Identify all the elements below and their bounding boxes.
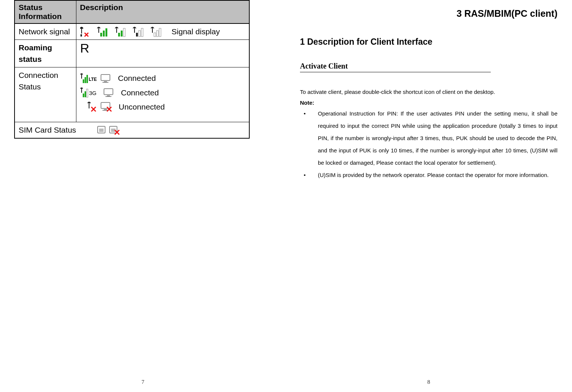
svg-rect-30: [107, 95, 110, 96]
note-bullet-list: Operational Instruction for PIN: If the …: [300, 107, 557, 181]
list-item: Operational Instruction for PIN: If the …: [300, 107, 557, 169]
signal-low-icon: [132, 27, 143, 37]
table-row: Roaming status R: [15, 40, 249, 67]
table-row: SIM Card Status: [15, 122, 249, 138]
svg-text:3G: 3G: [89, 90, 97, 96]
unconnected-text: Unconnected: [119, 101, 165, 113]
signal-x-icon: [88, 102, 97, 112]
signal-display-text: Signal display: [171, 27, 220, 36]
svg-rect-33: [104, 109, 107, 110]
svg-rect-6: [103, 31, 105, 37]
roaming-r-icon: R: [80, 42, 91, 55]
page-number-left: 7: [142, 379, 145, 385]
svg-rect-5: [100, 33, 102, 37]
table-row: Connection Status LTE: [15, 67, 249, 122]
svg-rect-23: [104, 81, 107, 82]
page-right: 3 RAS/MBIM(PC client) 1 Description for …: [286, 0, 572, 392]
chapter-title: 3 RAS/MBIM(PC client): [300, 8, 557, 19]
activate-body-text: To activate client, please double-click …: [300, 86, 557, 98]
row-desc-connection: LTE Connected: [76, 67, 249, 122]
sim-x-icon: [109, 126, 120, 135]
svg-rect-11: [136, 33, 138, 37]
svg-rect-15: [157, 31, 158, 37]
svg-rect-16: [159, 28, 161, 37]
status-table: Status Information Description Network s…: [14, 0, 250, 139]
svg-rect-24: [102, 82, 108, 83]
computer-x-icon: [100, 102, 112, 112]
svg-rect-32: [101, 102, 110, 108]
signal-3g-icon: 3G: [80, 88, 100, 98]
svg-rect-13: [141, 28, 143, 37]
section-heading: 1 Description for Client Interface: [300, 37, 557, 47]
computer-ok-icon: [103, 88, 114, 98]
signal-lte-icon: LTE: [80, 73, 97, 84]
svg-rect-20: [86, 75, 88, 83]
signal-no-icon: [80, 27, 90, 37]
table-header-description: Description: [76, 0, 249, 23]
svg-rect-36: [99, 129, 104, 132]
svg-rect-27: [86, 89, 88, 97]
signal-min-icon: [150, 27, 161, 37]
connected-3g-text: Connected: [121, 87, 159, 98]
signal-med-green-icon: [114, 27, 126, 37]
sim-ok-icon: [97, 126, 107, 135]
svg-rect-8: [118, 33, 120, 37]
row-label-sim: SIM Card Status: [19, 126, 76, 134]
svg-rect-22: [101, 75, 110, 80]
svg-rect-14: [154, 33, 156, 37]
svg-rect-31: [105, 96, 111, 97]
table-row: Network signal: [15, 23, 249, 40]
connected-lte-text: Connected: [118, 73, 156, 84]
row-label-roaming: Roaming status: [15, 40, 76, 67]
table-header-status: Status Information: [15, 0, 76, 23]
svg-rect-9: [121, 31, 123, 37]
svg-rect-29: [104, 89, 113, 95]
svg-rect-10: [123, 28, 125, 37]
svg-rect-25: [83, 94, 84, 97]
subsection-heading: Activate Client: [300, 62, 491, 72]
page-left: Status Information Description Network s…: [0, 0, 286, 392]
row-desc-roaming: R: [76, 40, 249, 67]
svg-rect-0: [80, 34, 82, 37]
svg-text:LTE: LTE: [89, 77, 97, 82]
svg-rect-26: [85, 91, 86, 97]
page-number-right: 8: [427, 379, 430, 385]
row-label-connection: Connection Status: [15, 67, 76, 122]
computer-ok-icon: [100, 74, 111, 83]
svg-rect-12: [139, 31, 140, 37]
note-label: Note:: [300, 99, 557, 106]
list-item: (U)SIM is provided by the network operat…: [300, 169, 557, 181]
svg-rect-19: [85, 77, 86, 83]
svg-rect-7: [105, 28, 107, 37]
signal-full-green-icon: [97, 27, 108, 37]
svg-rect-18: [83, 79, 84, 83]
row-desc-network-signal: Signal display: [76, 23, 249, 40]
svg-text:R: R: [80, 42, 89, 55]
row-label-network-signal: Network signal: [15, 23, 76, 40]
